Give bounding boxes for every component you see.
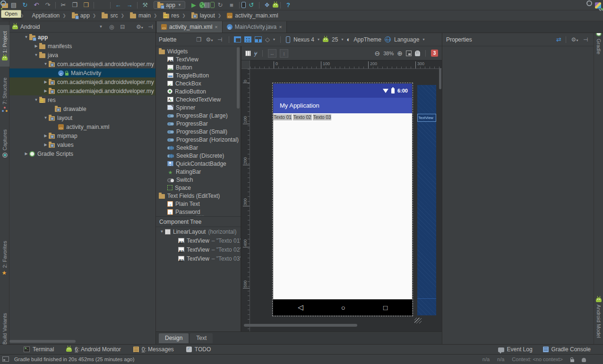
- tree-row-res[interactable]: ▼ res: [9, 95, 155, 104]
- palette-item-progressbar-large[interactable]: ProgressBar (Large): [156, 111, 241, 119]
- synchronize-icon[interactable]: ↻: [19, 0, 31, 10]
- palette-item-progressbar-small[interactable]: ProgressBar (Small): [156, 127, 241, 135]
- tree-expand-arrow[interactable]: ▼: [159, 229, 165, 234]
- hide-panel-icon[interactable]: ⊣: [581, 36, 590, 43]
- event-log-button[interactable]: Event Log: [498, 346, 533, 353]
- terminal-button[interactable]: Terminal: [24, 346, 54, 353]
- layout-variant-grid-icon[interactable]: [244, 36, 251, 42]
- tree-row-package-test[interactable]: ▶ com.academiajedi.androiddveloper.my: [9, 77, 155, 86]
- sdk-manager-icon[interactable]: [273, 3, 278, 8]
- todo-button[interactable]: TODO: [186, 346, 211, 353]
- resize-handle[interactable]: [414, 318, 422, 323]
- linearlayout-icon[interactable]: [245, 51, 251, 56]
- breadcrumb-application[interactable]: Application: [19, 12, 61, 19]
- cut-icon[interactable]: ✂: [58, 0, 69, 10]
- blueprint-textview-box[interactable]: TextView: [417, 114, 436, 122]
- run-configuration-selector[interactable]: app ▼: [154, 1, 185, 9]
- toolwindow-toggle-icon[interactable]: [2, 356, 9, 362]
- component-textview-1[interactable]: TextView – "Texto 01": [156, 236, 241, 245]
- device-selector[interactable]: Nexus 4: [293, 36, 314, 43]
- breadcrumb-layout[interactable]: layout: [181, 12, 216, 19]
- tree-row-package[interactable]: ▼ com.academiajedi.androiddveloper.my: [9, 59, 155, 68]
- tab-activity-main-xml[interactable]: activity_main.xml: [157, 21, 223, 33]
- breadcrumb-app[interactable]: app: [61, 12, 91, 19]
- tree-expand-arrow[interactable]: ▶: [33, 44, 39, 48]
- undo-icon[interactable]: ↶: [31, 0, 42, 10]
- language-selector[interactable]: Language: [394, 36, 419, 43]
- toolwindow-structure[interactable]: 7: Structure: [0, 69, 9, 120]
- palette-item-space[interactable]: Space: [156, 184, 241, 192]
- palette-item-spinner[interactable]: Spinner: [156, 103, 241, 111]
- locate-file-icon[interactable]: ◎: [107, 24, 116, 30]
- palette-item-radiobutton[interactable]: RadioButton: [156, 87, 241, 95]
- palette-item-ratingbar[interactable]: RatingBar: [156, 168, 241, 176]
- breadcrumb-src[interactable]: src: [91, 12, 120, 19]
- tab-design[interactable]: Design: [159, 333, 189, 343]
- tree-row-java[interactable]: ▼ java: [9, 51, 155, 59]
- design-vertical-scrollbar[interactable]: [439, 68, 441, 89]
- gradle-sync-icon[interactable]: ↺: [246, 0, 257, 10]
- rerun-icon[interactable]: ↻: [215, 0, 226, 10]
- component-textview-3[interactable]: TextView – "Texto 03": [156, 254, 241, 263]
- tree-expand-arrow[interactable]: ▶: [23, 152, 29, 156]
- stop-icon[interactable]: ■: [226, 0, 237, 10]
- tab-text[interactable]: Text: [190, 333, 213, 343]
- palette-group-textfields[interactable]: Text Fields (EditText): [156, 192, 241, 200]
- project-structure-icon[interactable]: ❖: [261, 0, 273, 10]
- swap-view-icon[interactable]: ⇄: [556, 36, 561, 43]
- preview-copy-icon[interactable]: ❐: [195, 36, 203, 43]
- palette-item-plain-text[interactable]: Plain Text: [156, 200, 241, 208]
- tree-row-package-test[interactable]: ▶ com.academiajedi.androiddveloper.my: [9, 86, 155, 95]
- device-preview[interactable]: 6:00 My Application Texto 01Texto 02Text…: [273, 84, 412, 315]
- tree-expand-arrow[interactable]: ▶: [43, 89, 49, 93]
- make-project-icon[interactable]: ⚒: [139, 0, 151, 10]
- tree-row-mipmap[interactable]: ▶ mipmap: [9, 131, 155, 140]
- find-icon[interactable]: [96, 2, 102, 8]
- textview-widget[interactable]: Texto 03: [313, 114, 332, 120]
- tree-row-drawable[interactable]: drawable: [9, 104, 155, 113]
- palette-item-seekbar[interactable]: SeekBar: [156, 144, 241, 152]
- hide-panel-icon[interactable]: ⊣: [146, 24, 155, 30]
- zoom-fit-button[interactable]: [406, 51, 412, 56]
- component-linearlayout[interactable]: ▼ LinearLayout (horizontal): [156, 227, 241, 236]
- toolwindow-favorites[interactable]: 2: Favorites: [0, 231, 9, 286]
- splitter-handle[interactable]: ┄┄┄: [196, 213, 204, 218]
- gear-icon[interactable]: ⚙▾: [570, 36, 579, 43]
- palette-item-switch[interactable]: Switch: [156, 176, 241, 184]
- layout-content-area[interactable]: [273, 121, 412, 299]
- breadcrumb-res[interactable]: res: [152, 12, 181, 19]
- android-monitor-button[interactable]: 6: Android Monitor: [66, 346, 121, 353]
- attach-debugger-icon[interactable]: [210, 2, 215, 8]
- tab-mainactivity-java[interactable]: MainActivity.java: [223, 21, 287, 33]
- theme-selector[interactable]: AppTheme: [353, 36, 381, 43]
- design-canvas[interactable]: 0100200300 0100200300400500 6:00 My Appl…: [241, 60, 442, 331]
- palette-group-widgets[interactable]: Widgets: [156, 47, 241, 55]
- textview-widget[interactable]: Texto 02: [293, 114, 312, 120]
- palette-item-progressbar-horizontal[interactable]: ProgressBar (Horizontal): [156, 135, 241, 144]
- copy-icon[interactable]: ❐: [69, 0, 80, 10]
- design-horizontal-scrollbar[interactable]: [244, 324, 357, 327]
- palette-item-textview[interactable]: TextView: [156, 55, 241, 63]
- run-icon[interactable]: ▶: [188, 0, 199, 10]
- zoom-in-button[interactable]: ⊕: [397, 50, 403, 57]
- palette-scrollbar[interactable]: [237, 47, 240, 109]
- toolwindow-project[interactable]: 1: Project: [0, 25, 9, 67]
- paste-icon[interactable]: ❒: [80, 0, 92, 10]
- close-tab-icon[interactable]: [215, 24, 217, 30]
- redo-icon[interactable]: ↷: [42, 0, 53, 10]
- tree-expand-arrow[interactable]: ▼: [33, 98, 39, 102]
- forward-icon[interactable]: →: [124, 0, 135, 10]
- zoom-out-button[interactable]: ⊖: [375, 50, 380, 57]
- inspections-profile-icon[interactable]: [582, 358, 586, 362]
- toolwindow-android-model[interactable]: Android Model: [594, 288, 603, 347]
- back-icon[interactable]: ←: [112, 0, 124, 10]
- palette-item-checkbox[interactable]: CheckBox: [156, 79, 241, 87]
- app-bar[interactable]: My Application: [273, 98, 412, 113]
- tree-row-layout[interactable]: ▼ layout: [9, 113, 155, 122]
- debug-icon[interactable]: [199, 2, 205, 8]
- palette-item-seekbar-discrete[interactable]: SeekBar (Discrete): [156, 152, 241, 160]
- replace-icon[interactable]: [102, 2, 108, 8]
- dock-icon[interactable]: ⊣: [215, 36, 224, 43]
- tree-row-gradle-scripts[interactable]: ▶ Gradle Scripts: [9, 149, 155, 158]
- run-coverage-icon[interactable]: [205, 2, 210, 8]
